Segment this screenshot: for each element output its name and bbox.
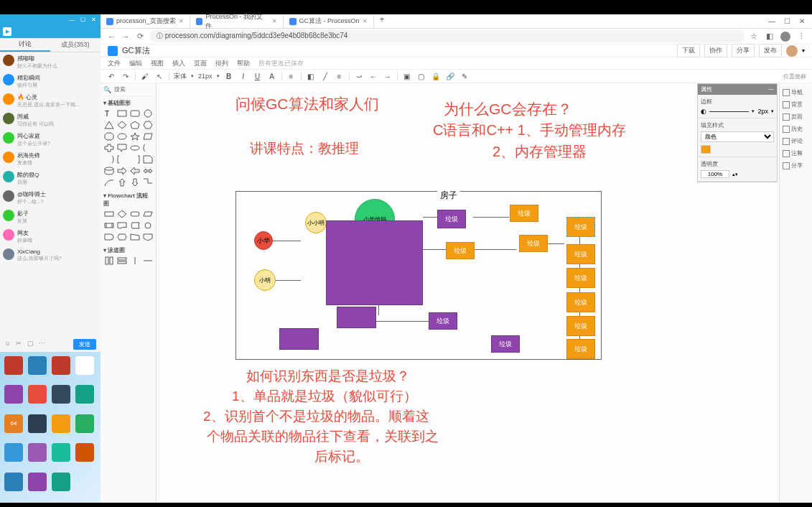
node-rect[interactable] — [326, 220, 423, 305]
diagram-container[interactable]: 房子 小华 — [235, 191, 602, 360]
chat-max-icon[interactable]: ☐ — [80, 17, 85, 23]
publish-button[interactable]: 发布 — [759, 44, 782, 57]
menu-edit[interactable]: 编辑 — [129, 59, 142, 68]
doc-title[interactable]: GC算法 — [122, 45, 150, 56]
lock-icon[interactable]: 🔒 — [431, 71, 441, 81]
shape-corner[interactable] — [142, 177, 154, 187]
shape-hexagon[interactable] — [142, 120, 154, 130]
chat-tab-members[interactable]: 成员(353) — [50, 38, 101, 52]
rt-note[interactable]: 注释 — [781, 147, 811, 159]
shape-section-title[interactable]: ▾ 泳道图 — [103, 245, 153, 256]
node-rect[interactable]: 垃圾 — [566, 339, 595, 359]
chat-tool-icon[interactable]: ▶ — [3, 27, 11, 36]
shape-brace-r[interactable] — [103, 154, 115, 164]
desk-icon[interactable]: 64 — [4, 414, 23, 433]
node-rect[interactable]: 垃圾 — [566, 268, 595, 288]
fill-icon[interactable]: ◧ — [306, 71, 316, 81]
shape-data[interactable] — [142, 209, 154, 219]
diagram-text[interactable]: 讲课特点：教推理 — [250, 139, 359, 158]
shape-section-title[interactable]: ▾ Flowchart 流程图 — [103, 190, 153, 209]
shape-search-input[interactable] — [114, 86, 157, 93]
url-input[interactable]: ⓘ processon.com/diagraming/5ddcd3e9e4b08… — [149, 30, 745, 42]
browser-tab[interactable]: GC算法 - ProcessOn✕ — [284, 14, 374, 28]
maximize-icon[interactable]: ☐ — [784, 17, 790, 25]
desk-icon[interactable] — [52, 385, 70, 404]
rt-page[interactable]: 页面 — [781, 111, 811, 123]
node-rect[interactable]: 垃圾 — [566, 244, 595, 264]
shape-cylinder[interactable] — [103, 166, 115, 176]
chat-close-icon[interactable]: ✕ — [91, 17, 96, 23]
shape-bracket[interactable] — [116, 154, 128, 164]
fill-type-select[interactable]: 颜色 — [701, 131, 774, 142]
desk-icon[interactable] — [28, 356, 47, 375]
shape-bracket-r[interactable] — [129, 154, 141, 164]
shape-arrow-u[interactable] — [116, 177, 128, 187]
node-rect[interactable]: 垃圾 — [429, 312, 457, 330]
desk-icon[interactable] — [28, 443, 47, 462]
download-button[interactable]: 下载 — [677, 44, 700, 57]
shape-arrow-d[interactable] — [129, 177, 141, 187]
chat-item[interactable]: 国威写得还有 可以吗 — [0, 111, 101, 130]
line-width[interactable]: 2px — [757, 108, 768, 115]
desk-icon[interactable] — [52, 356, 70, 375]
diagram-text[interactable]: 1、单品就是垃圾（貌似可行） — [232, 387, 417, 406]
shape-cloud[interactable] — [129, 143, 141, 153]
undo-icon[interactable]: ↶ — [106, 71, 116, 81]
node-rect[interactable]: 垃圾 — [566, 316, 595, 336]
shape-lane-v[interactable] — [103, 256, 115, 266]
redo-icon[interactable]: ↷ — [121, 71, 131, 81]
close-icon[interactable]: ✕ — [179, 18, 184, 24]
shape-predefined[interactable] — [103, 220, 115, 231]
shape-manual[interactable] — [129, 232, 141, 242]
chat-item[interactable]: 🔥 心灵意思是,退出,需要第一下就... — [0, 91, 101, 111]
rt-share[interactable]: 分享 — [781, 159, 811, 172]
app-user-avatar[interactable] — [786, 45, 798, 57]
menu-insert[interactable]: 插入 — [172, 59, 185, 68]
desk-icon[interactable] — [4, 443, 23, 462]
font-select[interactable]: 宋体 — [174, 72, 187, 81]
chat-item[interactable]: 精彩瞬间循环引用 — [0, 72, 101, 91]
connector-icon[interactable]: ⤻ — [354, 71, 364, 81]
connector[interactable] — [272, 280, 301, 281]
link-icon[interactable]: 🔗 — [445, 71, 455, 81]
shape-stored[interactable] — [129, 220, 141, 231]
desk-icon[interactable] — [4, 473, 23, 491]
node-circle[interactable]: 小华 — [254, 231, 273, 250]
more-icon[interactable]: ⋯ — [39, 340, 46, 347]
shape-circle[interactable] — [142, 108, 154, 118]
chat-item[interactable]: @咖啡骑士好个...啥...? — [0, 188, 101, 208]
node-rect[interactable]: 垃圾 — [510, 205, 538, 222]
font-size[interactable]: 21px — [198, 73, 213, 80]
shape-cross[interactable] — [103, 143, 115, 153]
arrow-start-icon[interactable]: ← — [368, 71, 378, 81]
minimize-icon[interactable]: — — [768, 17, 775, 25]
canvas[interactable]: 问候GC算法和家人们 为什么GC会存在？ C语言和C++ 1、手动管理内存 讲课… — [157, 83, 812, 503]
desk-icon[interactable] — [52, 473, 70, 491]
brush-icon[interactable]: 🖌 — [140, 71, 150, 81]
diagram-text[interactable]: 问候GC算法和家人们 — [235, 94, 379, 114]
shape-sep-v[interactable] — [129, 256, 141, 266]
desk-icon[interactable] — [52, 414, 70, 433]
connector[interactable] — [378, 304, 379, 315]
desk-icon[interactable] — [28, 414, 47, 433]
collab-button[interactable]: 协作 — [704, 44, 727, 57]
chevron-down-icon[interactable]: ▾ — [802, 47, 805, 54]
desk-icon[interactable] — [75, 443, 94, 462]
user-avatar[interactable] — [780, 32, 790, 42]
shape-arrow-r[interactable] — [116, 166, 128, 176]
front-icon[interactable]: ▣ — [402, 71, 412, 81]
opacity-input[interactable] — [701, 170, 729, 178]
desk-icon[interactable] — [28, 385, 47, 404]
diagram-text[interactable]: 如何识别东西是否是垃圾？ — [246, 367, 410, 386]
shape-star[interactable] — [129, 131, 141, 141]
shape-lane-h[interactable] — [116, 256, 128, 266]
shape-note[interactable] — [142, 154, 154, 164]
shape-decision[interactable] — [116, 209, 128, 219]
menu-file[interactable]: 文件 — [108, 59, 121, 68]
menu-arrange[interactable]: 排列 — [215, 59, 228, 68]
image-icon[interactable]: ▢ — [27, 340, 34, 347]
underline-icon[interactable]: U — [253, 71, 263, 81]
shape-ellipse[interactable] — [116, 131, 128, 141]
rt-bg[interactable]: 背景 — [781, 98, 811, 111]
shape-text[interactable]: T — [103, 108, 115, 118]
